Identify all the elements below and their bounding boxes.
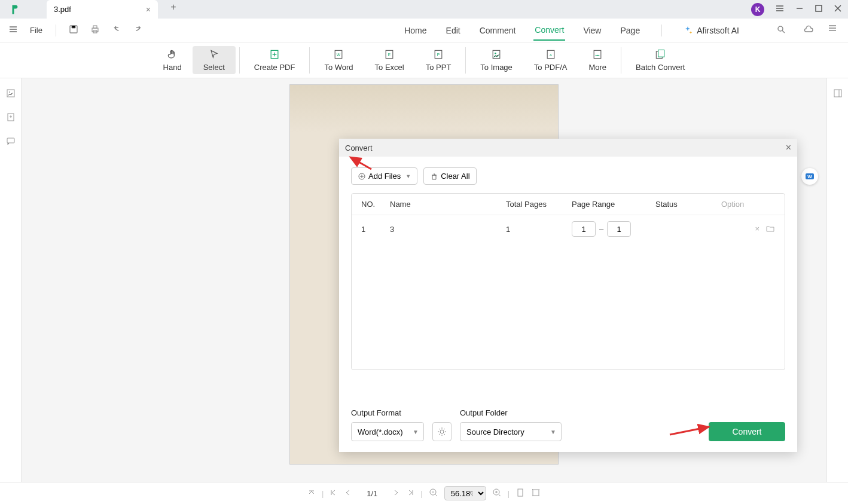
document-tab[interactable]: 3.pdf × — [47, 0, 158, 19]
select-tool[interactable]: Select — [193, 46, 236, 74]
more-convert[interactable]: More — [578, 46, 617, 74]
svg-rect-23 — [7, 90, 14, 97]
to-excel[interactable]: E To Excel — [364, 46, 415, 74]
menu-convert[interactable]: Convert — [533, 20, 565, 41]
comments-icon[interactable] — [5, 136, 16, 149]
dialog-titlebar[interactable]: Convert × — [339, 139, 797, 157]
remove-row-icon[interactable]: × — [755, 224, 759, 234]
batch-convert[interactable]: Batch Convert — [625, 46, 696, 74]
create-pdf[interactable]: Create PDF — [243, 46, 306, 74]
svg-rect-0 — [816, 5, 822, 11]
to-image[interactable]: To Image — [469, 46, 523, 74]
file-menu[interactable]: File — [26, 23, 46, 37]
svg-rect-27 — [834, 90, 841, 97]
output-folder-select[interactable]: Source Directory ▼ — [460, 422, 562, 441]
titlebar: 3.pdf × + K — [0, 0, 848, 19]
menu-comment[interactable]: Comment — [478, 21, 517, 40]
panel-icon[interactable] — [832, 88, 843, 101]
cell-total: 1 — [506, 225, 572, 234]
range-to-input[interactable] — [607, 221, 631, 237]
save-icon[interactable] — [66, 22, 81, 39]
menubar: File Home Edit Comment Convert View Page… — [0, 19, 848, 42]
ai-button[interactable]: Afirstsoft AI — [682, 25, 739, 36]
page-number-field[interactable] — [358, 489, 386, 498]
table-header: NO. Name Total Pages Page Range Status O… — [352, 194, 785, 215]
redo-icon[interactable] — [130, 22, 146, 39]
output-format-label: Output Format — [351, 408, 424, 417]
fit-page-icon[interactable] — [515, 488, 525, 499]
next-page-icon[interactable] — [392, 488, 400, 499]
undo-icon[interactable] — [109, 22, 124, 39]
svg-text:A: A — [550, 53, 552, 57]
output-folder-label: Output Folder — [460, 408, 562, 417]
scroll-top-icon[interactable] — [307, 488, 316, 499]
svg-rect-32 — [518, 489, 523, 496]
left-sidebar — [0, 78, 22, 482]
ai-label: Afirstsoft AI — [697, 26, 739, 35]
svg-point-24 — [9, 91, 10, 93]
dialog-footer: Output Format Word(*.docx) ▼ Output Fold… — [351, 408, 785, 441]
format-settings-button[interactable] — [432, 422, 452, 441]
hamburger-icon[interactable] — [775, 4, 785, 16]
col-status: Status — [655, 200, 721, 209]
table-row[interactable]: 1 3 1 – × — [352, 215, 785, 243]
svg-rect-3 — [93, 26, 97, 28]
zoom-select[interactable]: 56.18% — [444, 486, 486, 500]
col-total: Total Pages — [506, 200, 572, 209]
thumbnails-icon[interactable] — [5, 88, 16, 101]
last-page-icon[interactable] — [406, 488, 414, 499]
maximize-icon[interactable] — [815, 4, 823, 15]
menu-page[interactable]: Page — [619, 21, 641, 40]
svg-point-14 — [495, 53, 496, 54]
zoom-out-icon[interactable] — [429, 488, 438, 499]
to-word[interactable]: W To Word — [313, 46, 364, 74]
prev-page-icon[interactable] — [344, 488, 352, 499]
add-files-button[interactable]: Add Files ▼ — [351, 167, 417, 185]
zoom-in-icon[interactable] — [492, 488, 502, 499]
cloud-icon[interactable] — [800, 21, 817, 40]
col-range: Page Range — [572, 200, 655, 209]
col-option: Option — [721, 200, 775, 209]
close-window-icon[interactable] — [834, 4, 842, 15]
dialog-title: Convert — [345, 143, 373, 152]
user-avatar[interactable]: K — [751, 3, 764, 16]
menu-home[interactable]: Home — [403, 21, 428, 40]
window-controls: K — [751, 3, 848, 16]
clear-all-button[interactable]: Clear All — [423, 167, 476, 185]
minimize-icon[interactable] — [795, 4, 804, 15]
new-tab-button[interactable]: + — [166, 0, 181, 14]
first-page-icon[interactable] — [330, 488, 338, 499]
cell-no: 1 — [361, 225, 390, 234]
convert-button[interactable]: Convert — [709, 422, 785, 441]
dialog-close-icon[interactable]: × — [786, 142, 791, 153]
bookmark-add-icon[interactable] — [5, 112, 16, 125]
hand-tool[interactable]: Hand — [152, 46, 193, 74]
svg-text:W: W — [337, 53, 341, 57]
menu-view[interactable]: View — [582, 21, 602, 40]
print-icon[interactable] — [87, 22, 103, 39]
menu-icon[interactable] — [6, 22, 20, 39]
svg-text:P: P — [437, 53, 440, 57]
menu-edit[interactable]: Edit — [445, 21, 462, 40]
app-logo — [7, 2, 23, 17]
svg-point-18 — [596, 55, 597, 56]
close-tab-icon[interactable]: × — [146, 5, 151, 14]
open-folder-icon[interactable] — [765, 224, 775, 234]
search-icon[interactable] — [774, 22, 788, 38]
fit-width-icon[interactable] — [531, 488, 541, 499]
divider — [621, 47, 621, 74]
svg-rect-26 — [7, 138, 14, 143]
statusbar: | | 56.18% | — [0, 482, 848, 504]
to-ppt[interactable]: P To PPT — [415, 46, 462, 74]
divider — [239, 47, 240, 74]
output-format-select[interactable]: Word(*.docx) ▼ — [351, 422, 424, 441]
collapse-icon[interactable] — [825, 21, 840, 40]
svg-rect-22 — [658, 50, 664, 57]
col-no: NO. — [361, 200, 390, 209]
range-from-input[interactable] — [572, 221, 596, 237]
to-pdfa[interactable]: A To PDF/A — [523, 46, 578, 74]
svg-text:W: W — [807, 174, 812, 179]
floating-word-badge[interactable]: W — [801, 168, 818, 185]
main-menu: Home Edit Comment Convert View Page Afir… — [403, 20, 788, 41]
cell-range: – — [572, 221, 655, 237]
